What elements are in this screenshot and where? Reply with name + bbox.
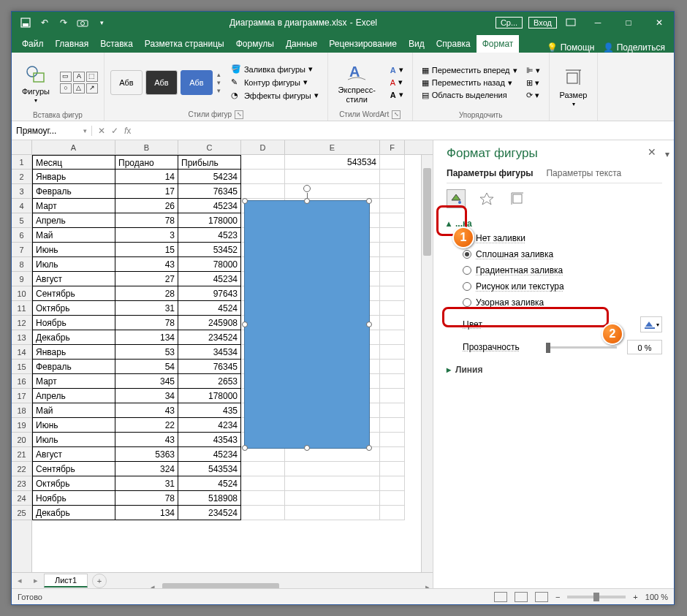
row-header-23[interactable]: 23 bbox=[12, 476, 31, 491]
tab-formulas[interactable]: Формулы bbox=[230, 35, 280, 53]
cell[interactable]: Июнь bbox=[32, 418, 115, 433]
gallery-down-icon[interactable]: ▾ bbox=[217, 79, 221, 86]
text-options-tab[interactable]: Параметры текста bbox=[546, 168, 621, 183]
cell[interactable]: 26 bbox=[115, 199, 178, 213]
cell[interactable]: Февраль bbox=[32, 184, 115, 199]
cell[interactable]: 345 bbox=[115, 374, 178, 389]
row-header-22[interactable]: 22 bbox=[12, 462, 31, 476]
send-backward-button[interactable]: ▦ Переместить назад ▾ bbox=[419, 77, 520, 88]
group-button[interactable]: ⊞ ▾ bbox=[523, 77, 543, 88]
text-outline-button[interactable]: A ▾ bbox=[387, 77, 406, 88]
row-header-11[interactable]: 11 bbox=[12, 301, 31, 316]
shape-effects-button[interactable]: ◔Эффекты фигуры ▾ bbox=[228, 90, 322, 102]
chevron-down-icon[interactable]: ▾ bbox=[83, 127, 87, 134]
pane-close-button[interactable]: ✕ bbox=[648, 146, 656, 158]
cell[interactable]: 234524 bbox=[178, 506, 241, 520]
new-sheet-button[interactable]: + bbox=[92, 574, 107, 588]
row-header-2[interactable]: 2 bbox=[12, 170, 31, 184]
cell[interactable]: 543534 bbox=[178, 462, 241, 476]
cell[interactable]: 34534 bbox=[178, 345, 241, 360]
undo-icon[interactable]: ↶ bbox=[37, 15, 53, 31]
cell[interactable]: 78000 bbox=[178, 257, 241, 272]
cell[interactable]: 78 bbox=[115, 316, 178, 330]
text-effects-button[interactable]: A ▾ bbox=[387, 89, 406, 100]
cell[interactable] bbox=[380, 184, 405, 199]
align-button[interactable]: ⊫ ▾ bbox=[523, 65, 543, 76]
col-header-A[interactable]: A bbox=[32, 140, 115, 154]
col-header-F[interactable]: F bbox=[380, 140, 405, 154]
save-icon[interactable] bbox=[18, 15, 34, 31]
sheet-nav-next[interactable]: ▸ bbox=[28, 576, 44, 585]
bring-forward-button[interactable]: ▦ Переместить вперед ▾ bbox=[419, 65, 520, 76]
cell[interactable]: Сентябрь bbox=[32, 462, 115, 476]
cell[interactable] bbox=[285, 184, 380, 199]
cell[interactable]: 28 bbox=[115, 286, 178, 301]
radio-pattern-fill[interactable]: Узорная заливка bbox=[463, 297, 662, 308]
cell[interactable]: 31 bbox=[115, 301, 178, 316]
cell[interactable] bbox=[380, 345, 405, 360]
shape-options-tab[interactable]: Параметры фигуры bbox=[447, 168, 533, 183]
cell[interactable] bbox=[380, 199, 405, 213]
cell[interactable] bbox=[241, 462, 285, 476]
tab-format[interactable]: Формат bbox=[477, 35, 520, 53]
cell[interactable]: 54234 bbox=[178, 170, 241, 184]
cell[interactable]: 2653 bbox=[178, 374, 241, 389]
tab-data[interactable]: Данные bbox=[280, 35, 323, 53]
vertical-scrollbar[interactable] bbox=[421, 155, 433, 572]
cell[interactable]: 4523 bbox=[178, 228, 241, 243]
cell[interactable]: 234524 bbox=[178, 330, 241, 345]
cell[interactable]: 76345 bbox=[178, 184, 241, 199]
cell[interactable] bbox=[380, 389, 405, 403]
gallery-more-icon[interactable]: ▾ bbox=[217, 87, 221, 94]
cell-grid[interactable]: МесяцПроданоПрибыль543534Январь1454234Фе… bbox=[32, 155, 421, 572]
cancel-formula-icon[interactable]: ✕ bbox=[98, 126, 105, 136]
transparency-value[interactable]: 0 % bbox=[627, 340, 662, 354]
row-header-25[interactable]: 25 bbox=[12, 506, 31, 520]
cell[interactable] bbox=[380, 155, 405, 170]
pane-menu-icon[interactable]: ▾ bbox=[665, 149, 669, 159]
row-header-7[interactable]: 7 bbox=[12, 243, 31, 257]
resize-handle-se[interactable] bbox=[366, 445, 372, 451]
col-header-E[interactable]: E bbox=[285, 140, 380, 154]
col-header-B[interactable]: B bbox=[115, 140, 178, 154]
cell[interactable]: 5363 bbox=[115, 447, 178, 462]
cell[interactable]: Июнь bbox=[32, 243, 115, 257]
cell[interactable] bbox=[380, 301, 405, 316]
cell[interactable]: 43543 bbox=[178, 433, 241, 447]
gallery-up-icon[interactable]: ▴ bbox=[217, 71, 221, 78]
cell[interactable] bbox=[241, 184, 285, 199]
rotate-button[interactable]: ⟳ ▾ bbox=[523, 90, 543, 101]
tab-help[interactable]: Справка bbox=[430, 35, 477, 53]
radio-gradient-fill[interactable]: Градиентная заливка bbox=[463, 265, 662, 275]
cell[interactable]: Февраль bbox=[32, 360, 115, 374]
shape-outline-button[interactable]: ✎Контур фигуры ▾ bbox=[228, 77, 322, 88]
sheet-tab-1[interactable]: Лист1 bbox=[44, 574, 88, 588]
cell[interactable]: Апрель bbox=[32, 389, 115, 403]
row-header-16[interactable]: 16 bbox=[12, 374, 31, 389]
cell[interactable]: 17 bbox=[115, 184, 178, 199]
cell[interactable]: 3 bbox=[115, 228, 178, 243]
row-header-1[interactable]: 1 bbox=[12, 155, 31, 170]
col-header-D[interactable]: D bbox=[241, 140, 285, 154]
cell[interactable]: 53452 bbox=[178, 243, 241, 257]
cell[interactable]: 4524 bbox=[178, 301, 241, 316]
row-header-24[interactable]: 24 bbox=[12, 491, 31, 506]
cell[interactable]: 45234 bbox=[178, 447, 241, 462]
cell[interactable] bbox=[380, 243, 405, 257]
shape-preset-3[interactable]: Абв bbox=[181, 70, 213, 95]
cell[interactable] bbox=[380, 433, 405, 447]
effects-icon[interactable] bbox=[477, 189, 496, 208]
tab-file[interactable]: Файл bbox=[16, 35, 50, 53]
cell[interactable] bbox=[380, 360, 405, 374]
rotate-handle[interactable] bbox=[303, 185, 311, 192]
cell[interactable]: Продано bbox=[115, 155, 178, 170]
resize-handle-sw[interactable] bbox=[242, 445, 248, 451]
transparency-slider[interactable] bbox=[546, 346, 617, 349]
resize-handle-s[interactable] bbox=[304, 445, 310, 451]
row-header-6[interactable]: 6 bbox=[12, 228, 31, 243]
tab-review[interactable]: Рецензирование bbox=[323, 35, 403, 53]
cell[interactable] bbox=[380, 228, 405, 243]
cell[interactable]: 543534 bbox=[285, 155, 380, 170]
ribbon-display-icon[interactable] bbox=[563, 15, 579, 31]
cell[interactable]: 54 bbox=[115, 360, 178, 374]
